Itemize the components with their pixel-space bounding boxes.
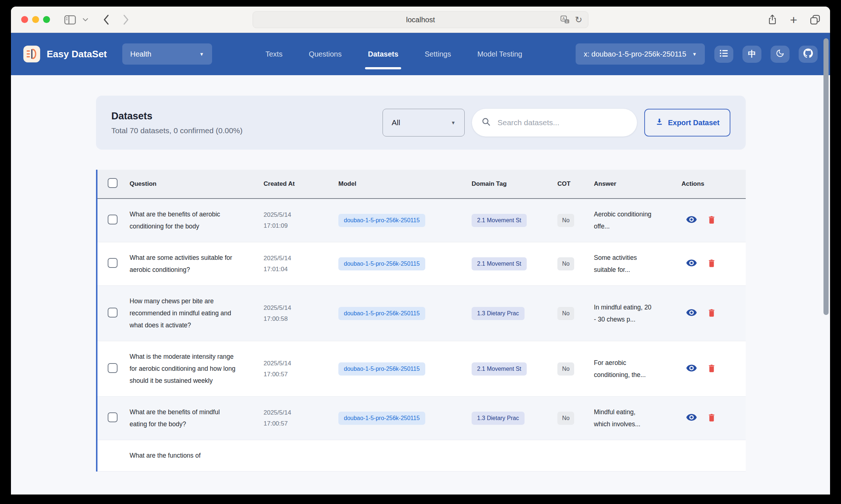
- github-button[interactable]: [799, 46, 818, 63]
- delete-icon[interactable]: [707, 363, 717, 375]
- minimize-window-button[interactable]: [32, 16, 39, 23]
- language-icon: 中: [748, 49, 756, 59]
- cot-chip: No: [557, 362, 574, 376]
- actions-cell: [677, 307, 746, 320]
- app-logo: [23, 46, 40, 62]
- summary-text-block: Datasets Total 70 datasets, 0 confirmed …: [111, 111, 243, 135]
- model-select-value: x: doubao-1-5-pro-256k-250115: [584, 50, 686, 58]
- answer-cell: Mindful eating, which involves...: [590, 406, 677, 430]
- model-chip: doubao-1-5-pro-256k-250115: [338, 257, 425, 270]
- delete-icon[interactable]: [707, 412, 717, 424]
- address-bar-url: localhost: [406, 16, 435, 24]
- answer-cell: In mindful eating, 20 - 30 chews p...: [590, 301, 677, 326]
- select-all-checkbox[interactable]: [108, 178, 118, 188]
- question-cell: What are the functions of: [130, 440, 259, 471]
- app-title: Easy DataSet: [47, 49, 107, 60]
- task-list-button[interactable]: [714, 46, 733, 63]
- scrollbar-thumb[interactable]: [823, 38, 829, 315]
- domain-tag-chip: 2.1 Movement St: [472, 257, 527, 270]
- list-icon: [719, 49, 729, 59]
- table-row: How many chews per bite are recommended …: [97, 286, 746, 341]
- model-chip: doubao-1-5-pro-256k-250115: [338, 412, 425, 425]
- chevron-down-icon: ▼: [451, 120, 456, 126]
- question-cell: What is the moderate intensity range for…: [130, 341, 259, 396]
- nav-item-datasets[interactable]: Datasets: [368, 50, 398, 58]
- row-checkbox[interactable]: [108, 412, 118, 422]
- forward-button-icon[interactable]: [123, 14, 129, 25]
- datasets-total-text: Total 70 datasets, 0 confirmed (0.00%): [111, 126, 243, 135]
- nav-item-questions[interactable]: Questions: [309, 50, 342, 58]
- actions-cell: [677, 257, 746, 270]
- question-cell: What are the benefits of aerobic conditi…: [130, 199, 259, 242]
- filter-select[interactable]: All ▼: [383, 109, 465, 136]
- question-cell: How many chews per bite are recommended …: [130, 286, 259, 341]
- column-header-model: Model: [334, 180, 467, 188]
- delete-icon[interactable]: [707, 258, 717, 270]
- nav-item-settings[interactable]: Settings: [425, 50, 451, 58]
- browser-window: localhost A文 ↻ + Easy DataSet Health: [11, 7, 830, 495]
- download-icon: [655, 118, 664, 128]
- sidebar-toggle-icon[interactable]: [64, 15, 76, 25]
- project-select[interactable]: Health ▼: [122, 43, 212, 65]
- answer-cell: For aerobic conditioning, the...: [590, 357, 677, 381]
- github-icon: [803, 49, 813, 59]
- sidebar-chevron-down-icon[interactable]: [82, 18, 88, 22]
- select-all-cell: [97, 178, 130, 190]
- view-icon[interactable]: [686, 257, 697, 270]
- nav-item-texts[interactable]: Texts: [265, 50, 283, 58]
- back-button-icon[interactable]: [103, 14, 109, 25]
- screen: { "browser": { "url": "localhost", "plus…: [0, 0, 841, 504]
- new-tab-icon[interactable]: +: [790, 14, 797, 26]
- table-header-row: Question Created At Model Domain Tag COT…: [97, 170, 746, 199]
- row-checkbox[interactable]: [108, 308, 118, 318]
- model-chip: doubao-1-5-pro-256k-250115: [338, 362, 425, 376]
- cot-chip: No: [557, 214, 574, 227]
- table-body: What are the benefits of aerobic conditi…: [97, 199, 746, 472]
- tab-overview-icon[interactable]: [810, 14, 821, 25]
- question-cell: What are the benefits of mindful eating …: [130, 397, 259, 440]
- dark-mode-button[interactable]: [771, 46, 790, 63]
- main-nav: Texts Questions Datasets Settings Model …: [212, 50, 576, 58]
- actions-cell: [677, 362, 746, 376]
- row-checkbox[interactable]: [108, 363, 118, 373]
- export-dataset-button[interactable]: Export Dataset: [644, 109, 730, 136]
- table-row: What are the functions of: [97, 440, 746, 472]
- toolbar-right-group: +: [767, 7, 821, 33]
- answer-cell: Some activities suitable for...: [590, 252, 677, 276]
- datasets-summary-panel: Datasets Total 70 datasets, 0 confirmed …: [96, 96, 746, 150]
- model-chip: doubao-1-5-pro-256k-250115: [338, 307, 425, 320]
- view-icon[interactable]: [686, 307, 697, 320]
- view-icon[interactable]: [686, 362, 697, 376]
- view-icon[interactable]: [686, 412, 697, 425]
- delete-icon[interactable]: [707, 214, 717, 227]
- share-icon[interactable]: [767, 14, 777, 26]
- chevron-down-icon: ▼: [199, 51, 204, 57]
- language-toggle-button[interactable]: 中: [742, 46, 761, 63]
- row-checkbox[interactable]: [108, 215, 118, 224]
- translate-icon[interactable]: A文: [560, 15, 570, 24]
- close-window-button[interactable]: [21, 16, 28, 23]
- model-select[interactable]: x: doubao-1-5-pro-256k-250115 ▼: [576, 43, 705, 65]
- actions-cell: [677, 412, 746, 425]
- column-header-domain-tag: Domain Tag: [467, 180, 553, 188]
- delete-icon[interactable]: [707, 307, 717, 320]
- zoom-window-button[interactable]: [43, 16, 50, 23]
- search-input[interactable]: [497, 118, 627, 127]
- chevron-down-icon: ▼: [692, 51, 697, 57]
- traffic-lights: [21, 16, 50, 23]
- app-header: Easy DataSet Health ▼ Texts Questions Da…: [11, 33, 830, 75]
- created-at-cell: 2025/5/14 17:01:09: [259, 209, 334, 231]
- question-cell: What are some activities suitable for ae…: [130, 242, 259, 285]
- export-dataset-label: Export Dataset: [668, 119, 719, 127]
- view-icon[interactable]: [686, 214, 697, 227]
- column-header-cot: COT: [553, 180, 590, 188]
- answer-cell: Aerobic conditioning offe...: [590, 208, 677, 232]
- cot-chip: No: [557, 307, 574, 320]
- nav-item-model-testing[interactable]: Model Testing: [477, 50, 522, 58]
- row-checkbox[interactable]: [108, 258, 118, 268]
- moon-icon: [776, 49, 784, 59]
- header-icon-buttons: 中: [714, 46, 818, 63]
- cot-chip: No: [557, 412, 574, 425]
- address-bar[interactable]: localhost A文 ↻: [253, 11, 588, 28]
- reload-icon[interactable]: ↻: [575, 15, 582, 24]
